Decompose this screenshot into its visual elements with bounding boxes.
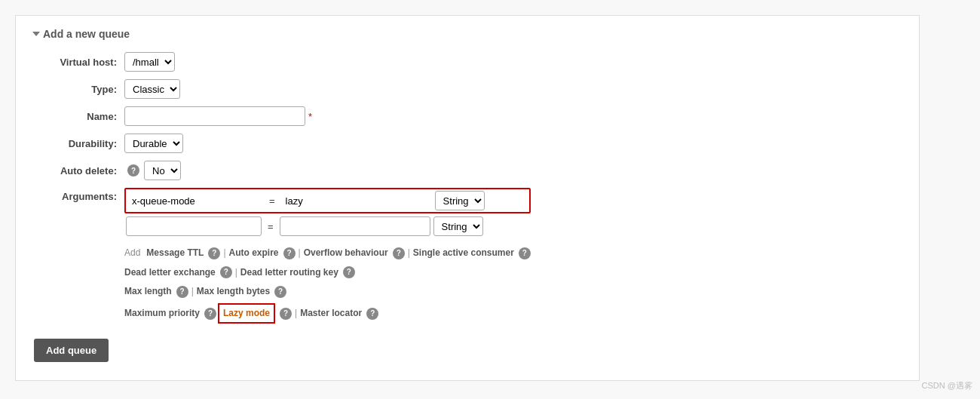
arguments-label: Arguments: (34, 188, 124, 202)
shortcut-maximum-priority[interactable]: Maximum priority (124, 305, 200, 322)
message-ttl-help-icon[interactable]: ? (208, 247, 220, 259)
max-priority-help-icon[interactable]: ? (204, 308, 216, 320)
max-length-bytes-help-icon[interactable]: ? (274, 286, 286, 298)
panel-title: Add a new queue (34, 28, 901, 40)
shortcuts-row-1: Add Message TTL ? | Auto expire ? | Over… (124, 245, 531, 262)
shortcut-auto-expire[interactable]: Auto expire (229, 245, 279, 262)
auto-delete-row: Auto delete: ? No (34, 161, 901, 180)
shortcut-max-length-bytes[interactable]: Max length bytes (197, 284, 270, 300)
eq-sign-2: = (268, 221, 274, 232)
add-queue-button[interactable]: Add queue (34, 339, 109, 362)
eq-sign-1: = (269, 195, 275, 207)
sep1: | (223, 245, 225, 262)
name-label: Name: (34, 111, 124, 122)
master-locator-help-icon[interactable]: ? (366, 308, 378, 320)
shortcut-overflow-behaviour[interactable]: Overflow behaviour (304, 245, 388, 262)
arg-key-input-2[interactable] (126, 216, 262, 236)
watermark: CSDN @遇雾 (922, 380, 972, 391)
dead-letter-exchange-help-icon[interactable]: ? (220, 266, 232, 278)
virtual-host-label: Virtual host: (34, 57, 124, 68)
arg-type-select-2[interactable]: String (433, 216, 483, 236)
required-star: * (308, 111, 312, 122)
auto-delete-label: Auto delete: (34, 165, 124, 176)
sep5: | (191, 284, 194, 300)
dead-letter-routing-help-icon[interactable]: ? (343, 266, 355, 278)
type-select[interactable]: Classic (124, 79, 180, 99)
type-row: Type: Classic (34, 79, 901, 99)
name-input[interactable] (124, 106, 305, 126)
virtual-host-row: Virtual host: /hmall (34, 52, 901, 72)
shortcut-message-ttl[interactable]: Message TTL (146, 245, 204, 262)
auto-delete-help-icon[interactable]: ? (127, 164, 139, 176)
sep3: | (408, 245, 410, 262)
overflow-help-icon[interactable]: ? (393, 247, 405, 259)
shortcuts-row-4: Maximum priority ? Lazy mode ? | Master … (124, 303, 531, 324)
shortcuts-section: Add Message TTL ? | Auto expire ? | Over… (124, 245, 531, 327)
shortcut-dead-letter-exchange[interactable]: Dead letter exchange (124, 265, 216, 281)
shortcuts-row-3: Max length ? | Max length bytes ? (124, 284, 531, 300)
arguments-content: = String = String Add Messag (124, 188, 531, 327)
shortcut-single-active-consumer[interactable]: Single active consumer (413, 245, 514, 262)
max-length-help-icon[interactable]: ? (176, 286, 188, 298)
durability-row: Durability: Durable (34, 134, 901, 153)
arg-val-input-2[interactable] (280, 216, 430, 236)
shortcut-dead-letter-routing-key[interactable]: Dead letter routing key (240, 265, 338, 281)
collapse-icon[interactable] (32, 32, 40, 36)
durability-select[interactable]: Durable (124, 134, 183, 153)
lazy-mode-help-icon[interactable]: ? (280, 308, 292, 320)
durability-label: Durability: (34, 138, 124, 149)
name-row: Name: * (34, 106, 901, 126)
arg-val-input-1[interactable] (281, 191, 432, 210)
shortcut-max-length[interactable]: Max length (124, 284, 172, 300)
arg-key-input-1[interactable] (127, 191, 263, 210)
arg-type-select-1[interactable]: String (435, 191, 485, 210)
auto-delete-select[interactable]: No (144, 161, 181, 180)
type-label: Type: (34, 84, 124, 95)
sep4: | (235, 265, 237, 281)
shortcut-master-locator[interactable]: Master locator (300, 305, 362, 322)
argument-row-2: = String (124, 216, 531, 236)
sep6: | (295, 305, 297, 322)
add-label: Add (124, 245, 140, 262)
arguments-section: Arguments: = String = String (34, 188, 901, 327)
shortcuts-row-2: Dead letter exchange ? | Dead letter rou… (124, 265, 531, 281)
virtual-host-select[interactable]: /hmall (124, 52, 175, 72)
sep2: | (299, 245, 301, 262)
add-queue-panel: Add a new queue Virtual host: /hmall Typ… (15, 15, 920, 381)
auto-expire-help-icon[interactable]: ? (283, 247, 296, 259)
single-active-help-icon[interactable]: ? (519, 247, 531, 259)
panel-title-text: Add a new queue (43, 28, 130, 40)
argument-row-1: = String (124, 188, 531, 213)
shortcut-lazy-mode[interactable]: Lazy mode (218, 303, 275, 324)
